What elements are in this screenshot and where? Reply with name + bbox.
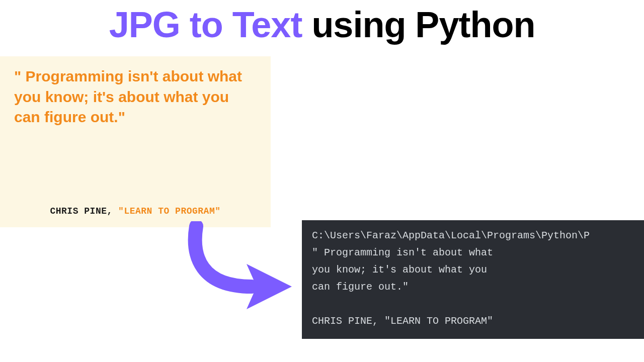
quote-author: CHRIS PINE, — [50, 206, 118, 216]
terminal-line: CHRIS PINE, "LEARN TO PROGRAM" — [312, 315, 493, 327]
quote-card: " Programming isn't about what you know;… — [0, 56, 271, 227]
page-title: JPG to Text using Python — [0, 0, 644, 45]
terminal-output: C:\Users\Faraz\AppData\Local\Programs\Py… — [302, 220, 644, 339]
terminal-line: C:\Users\Faraz\AppData\Local\Programs\Py… — [312, 230, 590, 241]
terminal-line: " Programming isn't about what — [312, 247, 493, 258]
title-rest: using Python — [302, 5, 535, 45]
quote-book: "LEARN TO PROGRAM" — [118, 206, 220, 216]
terminal-line: you know; it's about what you — [312, 264, 487, 276]
terminal-line: can figure out." — [312, 281, 409, 293]
title-highlight: JPG to Text — [109, 5, 302, 45]
quote-text: " Programming isn't about what you know;… — [14, 66, 257, 128]
arrow-icon — [181, 221, 302, 317]
quote-attribution: CHRIS PINE, "LEARN TO PROGRAM" — [0, 206, 271, 216]
